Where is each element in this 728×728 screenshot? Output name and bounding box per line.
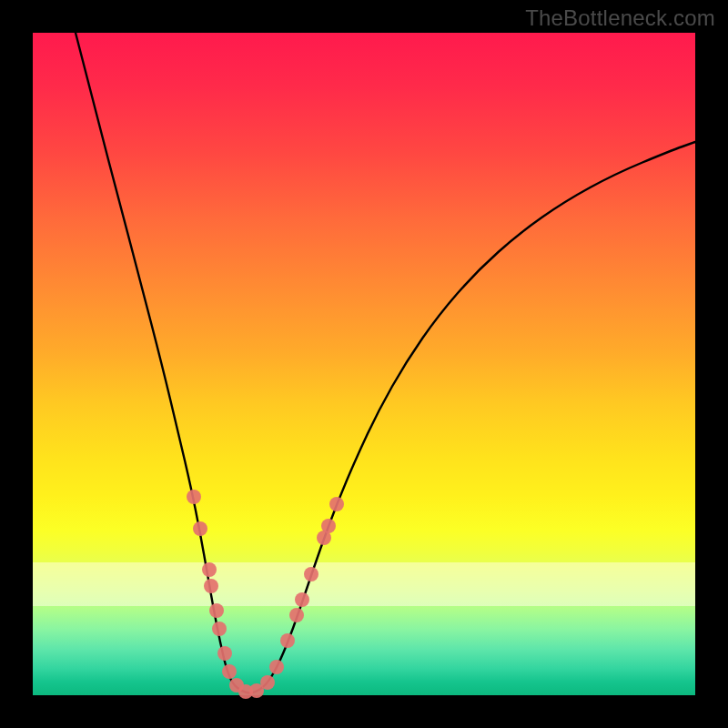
marker-dot	[193, 521, 207, 536]
marker-dot	[269, 660, 284, 674]
marker-dot	[204, 579, 218, 593]
marker-dot	[217, 646, 232, 661]
marker-dot	[321, 519, 336, 533]
marker-dot	[280, 633, 295, 648]
marker-dot	[209, 603, 224, 618]
watermark-text: TheBottleneck.com	[525, 5, 715, 31]
marker-dot	[304, 567, 318, 581]
marker-dot	[212, 622, 227, 636]
marker-dot	[260, 675, 275, 690]
marker-dot	[222, 664, 237, 679]
bottleneck-curve	[76, 33, 695, 693]
chart-frame: TheBottleneck.com	[0, 0, 728, 728]
marker-dot	[329, 497, 344, 511]
marker-dot	[187, 490, 201, 504]
chart-plot-area	[33, 33, 695, 695]
marker-dot	[202, 562, 217, 577]
chart-svg	[33, 33, 695, 695]
marker-dot	[295, 592, 309, 607]
marker-dot	[289, 608, 304, 622]
